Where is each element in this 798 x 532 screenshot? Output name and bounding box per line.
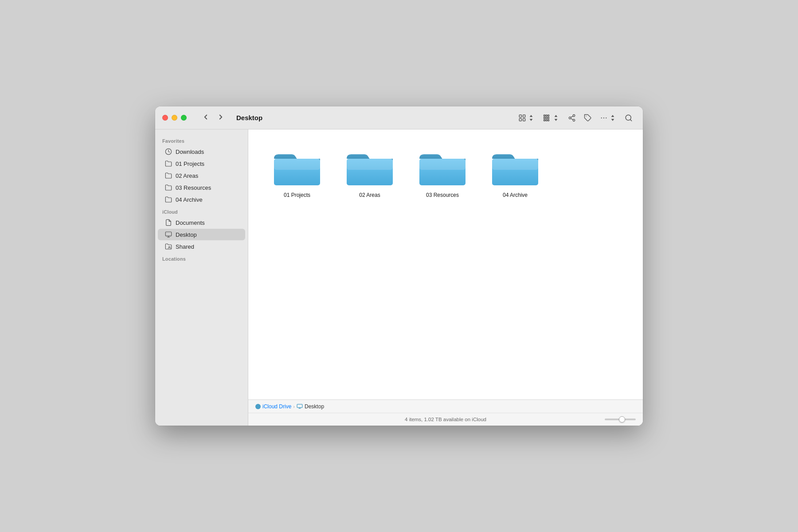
svg-rect-27 [347,159,393,170]
sidebar-item-desktop[interactable]: Desktop [158,229,245,240]
sidebar-item-documents[interactable]: Documents [158,217,245,228]
maximize-button[interactable] [181,115,187,121]
sidebar-item-label: Downloads [176,149,204,155]
folder-item-02-areas[interactable]: 02 Areas [339,143,401,202]
svg-rect-6 [548,115,549,116]
sidebar-item-label: 02 Areas [176,172,198,179]
folder-icon [165,196,172,203]
sidebar-item-downloads[interactable]: Downloads [158,146,245,157]
folder-icon-04-archive [489,146,542,188]
svg-rect-29 [419,159,466,170]
folder-label: 01 Projects [284,192,310,198]
sidebar-item-04-archive[interactable]: 04 Archive [158,194,245,205]
folder-icon [165,172,172,179]
search-button[interactable] [622,112,636,124]
folder-label: 04 Archive [503,192,528,198]
svg-rect-1 [523,115,525,117]
zoom-slider-thumb[interactable] [619,416,625,422]
sidebar-item-label: 03 Resources [176,184,211,191]
back-button[interactable] [199,111,212,124]
sidebar-item-label: Shared [176,243,194,250]
status-bar: iCloud Drive › Desktop 4 items, 1.02 TB … [248,399,643,426]
folder-item-03-resources[interactable]: 03 Resources [411,143,473,202]
svg-rect-8 [546,117,547,118]
sidebar-item-label: 01 Projects [176,160,204,167]
folder-label: 02 Areas [359,192,380,198]
folder-icon [165,160,172,167]
svg-rect-20 [165,232,171,236]
locations-label: Locations [155,253,248,263]
folder-icon-03-resources [416,146,469,188]
sidebar-item-01-projects[interactable]: 01 Projects [158,158,245,169]
breadcrumb-bar: iCloud Drive › Desktop [248,400,643,413]
toolbar-actions [515,112,636,124]
more-button[interactable] [597,112,620,124]
minimize-button[interactable] [172,115,177,121]
sidebar-item-label: Documents [176,219,205,226]
svg-rect-9 [548,117,549,118]
share-button[interactable] [565,112,579,124]
breadcrumb-desktop: Desktop [297,403,324,410]
shared-folder-icon [165,243,172,250]
svg-rect-10 [544,119,545,121]
desktop-icon [165,231,172,238]
traffic-lights [162,115,187,121]
finder-window: Desktop [155,106,643,426]
svg-point-16 [606,117,606,118]
folder-icon-02-areas [343,146,396,188]
svg-rect-0 [519,115,521,117]
files-area: 01 Projects [248,129,643,399]
svg-rect-4 [544,115,545,116]
info-bar: 4 items, 1.02 TB available on iCloud [248,413,643,426]
svg-line-18 [630,119,631,121]
sidebar: Favorites Downloads 01 Projects [155,129,248,426]
svg-rect-7 [544,117,545,118]
clock-icon [165,148,172,155]
forward-button[interactable] [214,111,227,124]
view-options-button[interactable] [540,112,563,124]
sidebar-item-label: Desktop [176,231,197,238]
icloud-icon [255,404,261,409]
main-panel: 01 Projects [248,129,643,426]
sidebar-item-02-areas[interactable]: 02 Areas [158,170,245,181]
close-button[interactable] [162,115,168,121]
svg-rect-31 [492,159,538,170]
breadcrumb-folder-label: Desktop [305,403,324,410]
svg-rect-2 [519,118,521,121]
svg-rect-5 [546,115,547,116]
document-icon [165,219,172,226]
folder-item-01-projects[interactable]: 01 Projects [266,143,328,202]
icloud-label: iCloud [155,206,248,216]
breadcrumb-icloud[interactable]: iCloud Drive [262,403,291,410]
content-area: Favorites Downloads 01 Projects [155,129,643,426]
favorites-label: Favorites [155,135,248,145]
status-text: 4 items, 1.02 TB available on iCloud [405,417,486,422]
view-grid-button[interactable] [515,112,538,124]
nav-buttons [199,111,227,124]
zoom-slider-container [605,419,636,420]
svg-rect-32 [297,404,302,408]
tag-button[interactable] [581,112,595,124]
sidebar-item-shared[interactable]: Shared [158,241,245,252]
svg-point-14 [601,117,602,118]
sidebar-item-label: 04 Archive [176,196,203,203]
svg-rect-11 [546,119,547,121]
folder-icon [165,184,172,191]
svg-point-15 [603,117,604,118]
svg-rect-12 [548,119,549,121]
zoom-slider[interactable] [605,419,636,420]
folder-label: 03 Resources [426,192,459,198]
window-title: Desktop [236,114,262,121]
folder-item-04-archive[interactable]: 04 Archive [484,143,546,202]
sidebar-item-03-resources[interactable]: 03 Resources [158,182,245,193]
svg-rect-3 [523,118,525,121]
breadcrumb-separator: › [293,404,295,409]
svg-rect-25 [274,159,320,170]
titlebar: Desktop [155,106,643,129]
folder-icon-01-projects [270,146,324,188]
